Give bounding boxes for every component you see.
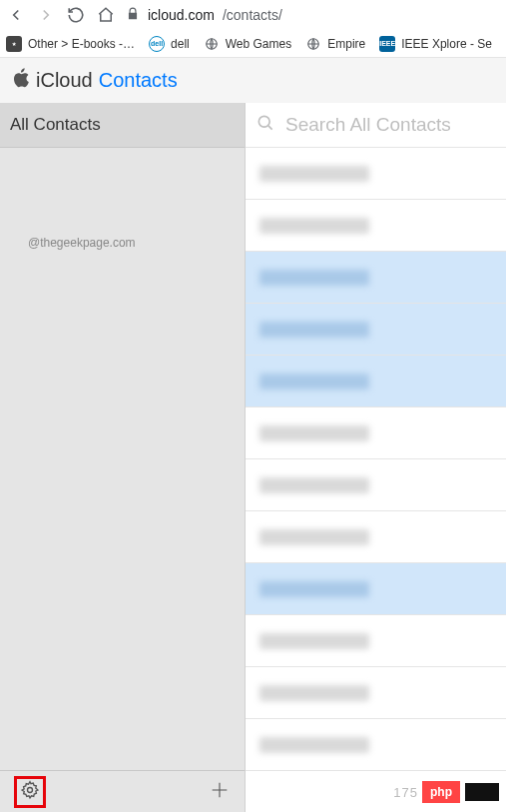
contact-name-redacted (259, 270, 369, 286)
reload-button[interactable] (66, 5, 86, 25)
home-button[interactable] (96, 5, 116, 25)
contact-name-redacted (259, 374, 369, 390)
dell-icon: dell (149, 36, 165, 52)
apple-logo-icon (12, 68, 30, 93)
content-footer: 175 php (387, 772, 506, 812)
contact-row[interactable] (246, 407, 506, 459)
sidebar-footer (0, 770, 245, 812)
icloud-header: iCloud Contacts (0, 58, 506, 103)
contact-row[interactable] (246, 563, 506, 615)
add-contact-button[interactable] (209, 779, 231, 805)
bookmark-label: Other > E-books -… (28, 37, 135, 51)
contacts-list[interactable]: 175 php (246, 148, 506, 812)
watermark-tag: php (422, 781, 460, 803)
sidebar-body: @thegeekpage.com (0, 148, 245, 770)
brand-text: iCloud (36, 69, 93, 92)
search-icon (255, 113, 275, 137)
bookmark-item[interactable]: IEEEIEEE Xplore - Se (379, 36, 492, 52)
contact-row[interactable] (246, 667, 506, 719)
forward-button[interactable] (36, 5, 56, 25)
bookmark-item[interactable]: Empire (305, 36, 365, 52)
contact-row[interactable] (246, 356, 506, 407)
browser-nav-bar: icloud.com/contacts/ (0, 0, 506, 30)
ieee-icon: IEEE (379, 36, 395, 52)
url-path: /contacts/ (223, 7, 282, 23)
folder-icon: ⭑ (6, 36, 22, 52)
url-host: icloud.com (148, 7, 215, 23)
contact-name-redacted (259, 581, 369, 597)
lock-icon (126, 7, 140, 24)
contact-name-redacted (259, 218, 369, 234)
contact-count: 175 (393, 785, 418, 800)
contact-row[interactable] (246, 511, 506, 563)
content-pane: Search All Contacts 175 php (246, 103, 506, 812)
contact-name-redacted (259, 425, 369, 441)
search-placeholder: Search All Contacts (285, 114, 451, 136)
credit-text: @thegeekpage.com (28, 236, 245, 250)
globe-icon (204, 36, 220, 52)
bookmark-label: IEEE Xplore - Se (401, 37, 492, 51)
svg-point-2 (28, 787, 33, 792)
contact-row[interactable] (246, 719, 506, 771)
contact-row[interactable] (246, 459, 506, 511)
contact-row[interactable] (246, 615, 506, 667)
bookmark-item[interactable]: ⭑Other > E-books -… (6, 36, 135, 52)
contact-name-redacted (259, 477, 369, 493)
contact-name-redacted (259, 737, 369, 753)
app-name-link[interactable]: Contacts (99, 69, 178, 92)
contact-name-redacted (259, 685, 369, 701)
bookmark-label: Web Games (226, 37, 291, 51)
globe-icon (305, 36, 321, 52)
bookmark-label: Empire (327, 37, 365, 51)
back-button[interactable] (6, 5, 26, 25)
bookmark-item[interactable]: delldell (149, 36, 190, 52)
bookmark-item[interactable]: Web Games (204, 36, 291, 52)
contact-name-redacted (259, 322, 369, 338)
contact-name-redacted (259, 633, 369, 649)
main-content: All Contacts @thegeekpage.com Search All… (0, 103, 506, 812)
contact-row[interactable] (246, 304, 506, 356)
contact-row[interactable] (246, 252, 506, 304)
contact-name-redacted (259, 166, 369, 182)
bookmark-label: dell (171, 37, 190, 51)
sidebar: All Contacts @thegeekpage.com (0, 103, 246, 812)
contact-row[interactable] (246, 148, 506, 200)
watermark-box (464, 782, 500, 802)
contact-name-redacted (259, 529, 369, 545)
settings-highlight (14, 776, 46, 808)
contact-row[interactable] (246, 200, 506, 252)
address-bar[interactable]: icloud.com/contacts/ (126, 7, 282, 24)
sidebar-group-title[interactable]: All Contacts (0, 103, 245, 148)
svg-point-3 (258, 116, 269, 127)
bookmarks-bar: ⭑Other > E-books -…delldellWeb GamesEmpi… (0, 30, 506, 58)
search-bar[interactable]: Search All Contacts (246, 103, 506, 148)
gear-icon[interactable] (20, 780, 40, 804)
